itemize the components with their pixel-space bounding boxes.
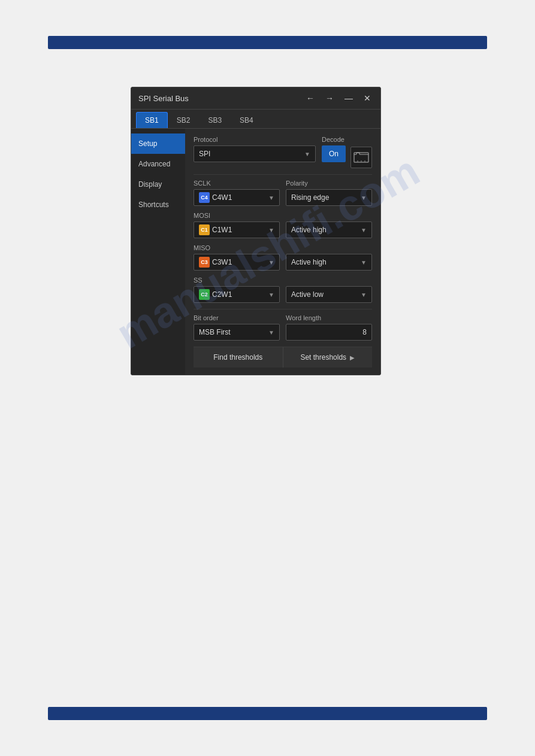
protocol-select[interactable]: SPI ▼ [194,145,316,162]
title-bar: SPI Serial Bus ← → — ✕ [131,87,380,110]
miso-arrow-icon: ▼ [268,259,274,266]
ss-arrow-icon: ▼ [268,292,274,298]
mosi-polarity-select[interactable]: Active high ▼ [286,221,372,238]
close-button[interactable]: ✕ [361,92,373,104]
find-thresholds-button[interactable]: Find thresholds [194,347,283,368]
bit-order-select[interactable]: MSB First ▼ [194,324,280,341]
set-thresholds-arrow-icon: ▶ [350,354,355,361]
minimize-button[interactable]: — [342,92,355,104]
sclk-select[interactable]: C4 C4W1 ▼ [194,189,280,206]
miso-polarity-group: Active high ▼ [286,244,372,271]
dialog-title: SPI Serial Bus [138,94,189,103]
tab-sb3[interactable]: SB3 [199,112,231,128]
mosi-label: MOSI [194,212,280,219]
sclk-channel-value: C4W1 [212,193,232,202]
sclk-arrow-icon: ▼ [268,195,274,201]
dialog-body: Setup Advanced Display Shortcuts Protoco… [131,129,380,375]
decode-label: Decode [322,136,346,143]
sclk-polarity-value: Rising edge [291,193,329,202]
miso-label: MISO [194,244,280,251]
decode-section: Decode On [322,136,372,168]
mosi-arrow-icon: ▼ [268,227,274,233]
ss-group: SS C2 C2W1 ▼ [194,277,280,303]
divider-1 [194,174,372,175]
word-length-group: Word length [286,314,372,341]
bottom-buttons: Find thresholds Set thresholds ▶ [194,347,372,368]
top-banner [48,36,487,49]
tab-sb4[interactable]: SB4 [231,112,262,128]
ss-polarity-select[interactable]: Active low ▼ [286,286,372,303]
mosi-row: MOSI C1 C1W1 ▼ Active high ▼ [194,212,372,238]
divider-2 [194,309,372,309]
sclk-polarity-select[interactable]: Rising edge ▼ [286,189,372,206]
ss-channel-value: C2W1 [212,290,232,299]
sidebar-item-shortcuts[interactable]: Shortcuts [131,195,185,215]
tab-bar: SB1 SB2 SB3 SB4 [131,110,380,129]
main-panel: Protocol SPI ▼ Decode On [185,129,380,375]
ss-row: SS C2 C2W1 ▼ Active low ▼ [194,277,372,303]
word-length-label: Word length [286,314,372,321]
ss-polarity-arrow-icon: ▼ [361,292,367,298]
sclk-row: SCLK C4 C4W1 ▼ Polarity Rising edge ▼ [194,180,372,206]
bit-order-arrow-icon: ▼ [268,329,274,336]
decode-on-button[interactable]: On [322,145,346,162]
mosi-polarity-value: Active high [291,226,327,234]
sclk-badge: C4 [199,192,210,203]
set-thresholds-button[interactable]: Set thresholds ▶ [283,347,373,368]
mosi-polarity-label [286,212,372,219]
word-length-input[interactable] [286,324,372,341]
miso-group: MISO C3 C3W1 ▼ [194,244,280,271]
protocol-label: Protocol [194,136,316,143]
sidebar-item-advanced[interactable]: Advanced [131,154,185,174]
ss-polarity-value: Active low [291,290,324,299]
nav-fwd-button[interactable]: → [323,92,336,104]
mosi-polarity-group: Active high ▼ [286,212,372,238]
miso-badge: C3 [199,257,210,268]
miso-channel-display: C3 C3W1 [199,257,232,268]
decode-group: Decode On [322,136,346,162]
bit-order-group: Bit order MSB First ▼ [194,314,280,341]
miso-select[interactable]: C3 C3W1 ▼ [194,254,280,271]
mosi-polarity-arrow-icon: ▼ [361,227,367,233]
miso-polarity-label [286,244,372,251]
ss-badge: C2 [199,289,210,300]
ss-polarity-group: Active low ▼ [286,277,372,303]
sidebar: Setup Advanced Display Shortcuts [131,129,185,375]
bit-order-label: Bit order [194,314,280,321]
spi-serial-bus-dialog: SPI Serial Bus ← → — ✕ SB1 SB2 SB3 SB4 S… [131,87,381,375]
ss-polarity-label [286,277,372,284]
bit-order-value: MSB First [199,328,231,336]
protocol-group: Protocol SPI ▼ [194,136,316,162]
set-thresholds-label: Set thresholds [300,353,346,362]
protocol-row: Protocol SPI ▼ Decode On [194,136,372,168]
sidebar-item-setup[interactable]: Setup [131,133,185,154]
ss-select[interactable]: C2 C2W1 ▼ [194,286,280,303]
miso-channel-value: C3W1 [212,258,232,266]
mosi-badge: C1 [199,224,210,235]
miso-polarity-arrow-icon: ▼ [361,259,367,266]
bit-word-row: Bit order MSB First ▼ Word length [194,314,372,341]
mosi-channel-display: C1 C1W1 [199,224,232,235]
sclk-polarity-label: Polarity [286,180,372,187]
sclk-label: SCLK [194,180,280,187]
mosi-select[interactable]: C1 C1W1 ▼ [194,221,280,238]
protocol-arrow-icon: ▼ [304,151,310,157]
sclk-polarity-group: Polarity Rising edge ▼ [286,180,372,206]
title-bar-left: SPI Serial Bus [138,94,189,103]
protocol-value: SPI [199,150,210,158]
miso-polarity-value: Active high [291,258,327,266]
ss-channel-display: C2 C2W1 [199,289,232,300]
miso-polarity-select[interactable]: Active high ▼ [286,254,372,271]
ss-label: SS [194,277,280,284]
sidebar-item-display[interactable]: Display [131,174,185,195]
mosi-group: MOSI C1 C1W1 ▼ [194,212,280,238]
decode-icon[interactable] [350,147,372,168]
tab-sb2[interactable]: SB2 [168,112,200,128]
sclk-polarity-arrow-icon: ▼ [361,195,367,201]
tab-sb1[interactable]: SB1 [136,112,168,128]
bottom-banner [48,707,487,720]
sclk-group: SCLK C4 C4W1 ▼ [194,180,280,206]
miso-row: MISO C3 C3W1 ▼ Active high ▼ [194,244,372,271]
nav-back-button[interactable]: ← [304,92,317,104]
mosi-channel-value: C1W1 [212,226,232,234]
